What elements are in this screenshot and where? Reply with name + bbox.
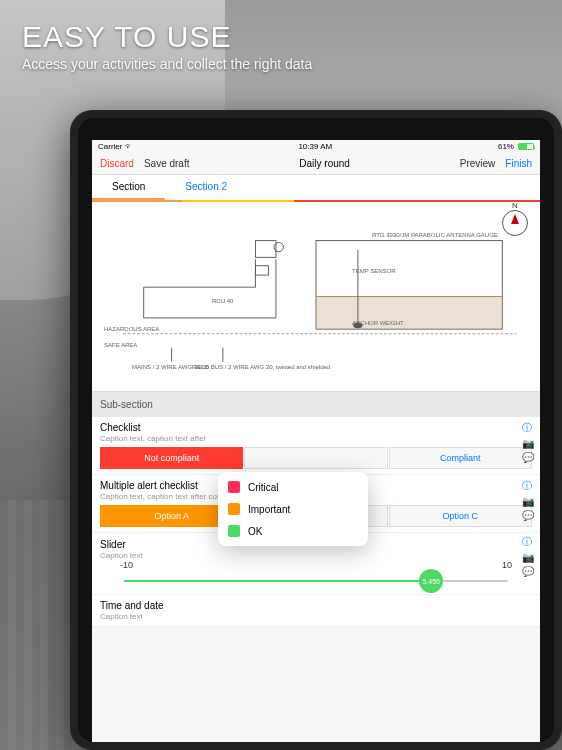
label-temp: TEMP SENSOR (352, 268, 396, 275)
swatch-important-icon (228, 503, 240, 515)
finish-button[interactable]: Finish (505, 158, 532, 169)
checklist-caption: Caption text, caption text after (100, 434, 532, 443)
slider-thumb[interactable]: 5.455 (419, 569, 443, 593)
timedate-caption: Caption text (100, 612, 532, 621)
nav-bar: Discard Save draft Daily round Preview F… (92, 153, 540, 175)
label-hazardous: HAZARDOUS AREA (104, 326, 159, 333)
slider-max: 10 (502, 560, 512, 570)
multi-option-c[interactable]: Option C (389, 505, 532, 527)
slider-fill (124, 580, 431, 582)
status-time: 10:39 AM (298, 142, 332, 151)
camera-icon[interactable]: 📷 (522, 438, 534, 449)
popover-critical-label: Critical (248, 482, 279, 493)
label-rtg: RTG 3930/JM PARABOLIC ANTENNA GAUGE (372, 232, 498, 239)
popover-critical[interactable]: Critical (218, 476, 368, 498)
popover-ok[interactable]: OK (218, 520, 368, 542)
label-safe: SAFE AREA (104, 342, 137, 349)
timedate-title: Time and date (100, 600, 532, 611)
checklist-title: Checklist (100, 422, 532, 433)
swatch-ok-icon (228, 525, 240, 537)
hero-text: EASY TO USE Access your activities and c… (22, 20, 312, 72)
tab-section-2[interactable]: Section 2 (165, 175, 247, 200)
comment-icon[interactable]: 💬 (522, 510, 534, 521)
popover-important-label: Important (248, 504, 290, 515)
camera-icon[interactable]: 📷 (522, 552, 534, 563)
label-fieldbus: FIELD BUS / 2 WIRE AWG 20, twisted and s… (192, 364, 330, 371)
checklist-not-compliant[interactable]: Not compliant (100, 447, 243, 469)
popover-important[interactable]: Important (218, 498, 368, 520)
wifi-icon: ᯤ (125, 142, 133, 151)
hero-subtitle: Access your activities and collect the r… (22, 56, 312, 72)
preview-button[interactable]: Preview (460, 158, 496, 169)
comment-icon[interactable]: 💬 (522, 566, 534, 577)
popover-ok-label: OK (248, 526, 262, 537)
comment-icon[interactable]: 💬 (522, 452, 534, 463)
info-icon[interactable]: ⓘ (522, 479, 534, 493)
slider-min: -10 (120, 560, 133, 570)
slider-track[interactable]: 5.455 (124, 580, 508, 582)
info-icon[interactable]: ⓘ (522, 421, 534, 435)
app-screen: Carrier ᯤ 10:39 AM 61% Discard Save draf… (92, 140, 540, 742)
hero-title: EASY TO USE (22, 20, 312, 54)
label-rdu: RDU 40 (212, 298, 233, 305)
status-bar: Carrier ᯤ 10:39 AM 61% (92, 140, 540, 153)
slider-caption: Caption text (100, 551, 532, 560)
checklist-middle[interactable] (244, 447, 387, 469)
battery-percent: 61% (498, 142, 514, 151)
camera-icon[interactable]: 📷 (522, 496, 534, 507)
info-icon[interactable]: ⓘ (522, 535, 534, 549)
timedate-row: Time and date Caption text (92, 595, 540, 627)
carrier-label: Carrier ᯤ (98, 142, 133, 151)
subsection-header: Sub-section (92, 392, 540, 417)
page-title: Daily round (299, 158, 350, 169)
tab-section[interactable]: Section (92, 175, 165, 200)
battery-icon (518, 143, 534, 150)
severity-popover: Critical Important OK (218, 472, 368, 546)
checklist-row: Checklist Caption text, caption text aft… (92, 417, 540, 475)
swatch-critical-icon (228, 481, 240, 493)
tab-bar: Section Section 2 (92, 175, 540, 200)
label-anchor: ANCHOR WEIGHT (352, 320, 404, 327)
svg-rect-3 (255, 241, 275, 258)
tablet-frame: Carrier ᯤ 10:39 AM 61% Discard Save draf… (70, 110, 562, 750)
svg-rect-1 (316, 297, 502, 330)
save-draft-button[interactable]: Save draft (144, 158, 190, 169)
compass-icon (502, 210, 528, 236)
discard-button[interactable]: Discard (100, 158, 134, 169)
checklist-compliant[interactable]: Compliant (389, 447, 532, 469)
schematic-diagram[interactable]: RTG 3930/JM PARABOLIC ANTENNA GAUGE TEMP… (92, 202, 540, 392)
svg-rect-4 (255, 266, 268, 275)
